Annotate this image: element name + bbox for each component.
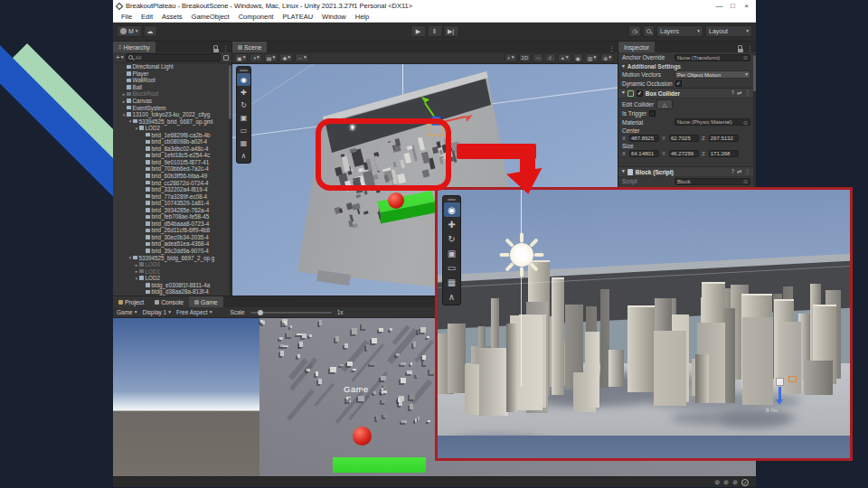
hierarchy-item[interactable]: Directional Light (113, 63, 230, 70)
hierarchy-item[interactable]: brid_1efd18c5-e254-4c (113, 152, 230, 159)
scale-tool[interactable]: ▣ (444, 246, 460, 260)
snap-settings-button[interactable]: ✚▾ (279, 53, 293, 62)
maximize-button[interactable]: □ (727, 2, 739, 10)
tab-project[interactable]: Project (113, 296, 149, 307)
hierarchy-item[interactable]: brid_703bb6ed-7a2c-4 (113, 165, 230, 173)
move-tool[interactable]: ✚ (237, 86, 250, 99)
custom-tool[interactable]: ∧ (444, 289, 460, 304)
measure-button[interactable]: ↔▾ (295, 53, 309, 62)
hierarchy-item[interactable]: brid_77a3289f-ec08-4 (113, 192, 230, 200)
play-button[interactable]: ▶ (410, 25, 426, 37)
tab-hierarchy[interactable]: ≡ Hierarchy (113, 42, 156, 52)
foldout-arrow-icon[interactable]: ▾ (622, 169, 625, 174)
menu-assets[interactable]: Assets (157, 13, 187, 21)
scene-picker-icon[interactable] (223, 55, 229, 61)
hierarchy-item[interactable]: brid_30ec0b34-2035-4 (113, 234, 230, 241)
hierarchy-item[interactable]: brid_cb08098b-a02f-4 (113, 138, 230, 145)
size-y-field[interactable]: 46.27299 (669, 150, 699, 157)
hierarchy-item[interactable]: brid_d54baaa8-0723-4 (113, 221, 230, 228)
hierarchy-item[interactable]: brid_10743529-1a81-4 (113, 200, 230, 207)
hierarchy-item[interactable]: Ball (113, 84, 230, 91)
hierarchy-item[interactable]: brid_26d11cf6-6ff9-4b8 (113, 227, 230, 234)
rect-tool[interactable]: ▭ (444, 260, 460, 275)
hierarchy-item[interactable]: Player (113, 70, 230, 78)
slider-knob[interactable] (258, 310, 263, 315)
move-tool[interactable]: ✚ (444, 217, 460, 231)
hierarchy-item[interactable]: ▾LOD2 (113, 125, 230, 132)
center-z-field[interactable]: 297.5132 (709, 135, 739, 142)
foldout-arrow-icon[interactable]: ▾ (622, 64, 625, 70)
tab-console[interactable]: Console (149, 296, 189, 307)
hierarchy-item[interactable]: ▾13100_tokyo23-ku_2022_cityg (113, 111, 230, 118)
help-icon[interactable]: ? (731, 89, 734, 97)
layers-dropdown[interactable]: Layers ▾ (656, 25, 703, 37)
lighting-toggle[interactable]: ☼ (533, 53, 543, 62)
hierarchy-item[interactable]: WallRoot (113, 77, 230, 84)
strip-handle[interactable] (448, 199, 456, 201)
rect-tool[interactable]: ▭ (237, 124, 250, 136)
hierarchy-item[interactable]: brid_9e0101f5-f877-41 (113, 159, 230, 166)
minimize-button[interactable]: — (713, 2, 725, 10)
tab-game[interactable]: Game (189, 296, 223, 307)
hierarchy-item[interactable]: brid_60b3ff56-bfaa-49 (113, 173, 230, 180)
tab-scene[interactable]: Scene (232, 42, 267, 52)
hidden-objects-button[interactable]: ◉ (573, 53, 583, 62)
menu-edit[interactable]: Edit (137, 13, 157, 21)
presets-icon[interactable]: ⇄ (737, 89, 741, 97)
box-collider-header[interactable]: ▾ ✓ Box Collider ? ⇄ ⋮ (618, 88, 754, 99)
hierarchy-item[interactable]: ▾53394525_brid_6687_op.gml (113, 117, 230, 125)
custom-tool[interactable]: ∧ (237, 149, 250, 162)
foldout-arrow-icon[interactable]: ▾ (622, 90, 625, 96)
size-z-field[interactable]: 171.268 (709, 150, 739, 157)
presets-icon[interactable]: ⇄ (737, 168, 741, 175)
twod-toggle[interactable]: 2D (519, 53, 532, 62)
hierarchy-item[interactable]: brid_332202a4-f819-4 (113, 186, 230, 193)
object-picker-icon[interactable]: ⊙ (743, 119, 748, 126)
z-axis-arrow[interactable] (778, 387, 781, 399)
hierarchy-item[interactable]: brid_39c2dd9a-9070-4 (113, 248, 230, 255)
panel-menu-icon[interactable]: ⋮ (747, 45, 753, 52)
grid-settings-button[interactable]: ▤▾ (264, 53, 278, 62)
hierarchy-item[interactable]: ▸Canvas (113, 98, 230, 105)
scale-slider[interactable] (250, 312, 332, 314)
hierarchy-item[interactable]: brid_3934285e-762a-4 (113, 206, 230, 213)
audio-toggle[interactable]: ♬ (545, 53, 556, 62)
menu-help[interactable]: Help (351, 13, 373, 21)
close-button[interactable]: × (741, 2, 752, 10)
scene-visibility-button[interactable]: ◐▾ (505, 53, 516, 62)
game-camera-dropdown[interactable]: Game ▾ (117, 309, 137, 315)
rotate-tool[interactable]: ↻ (444, 231, 460, 246)
hierarchy-item[interactable]: EventSystem (113, 104, 230, 111)
view-tool[interactable]: ◉ (237, 73, 250, 86)
lock-icon[interactable] (738, 49, 743, 52)
hierarchy-item[interactable]: brid_adea51ea-4368-4 (113, 240, 230, 248)
menu-plateau[interactable]: PLATEAU (278, 13, 317, 21)
anchor-override-field[interactable]: None (Transform) ⊙ (675, 54, 750, 61)
cloud-disabled-icon[interactable]: ⊘ (732, 479, 738, 485)
panel-menu-icon[interactable]: ⋮ (609, 45, 615, 52)
create-button[interactable]: + ▾ (116, 53, 123, 61)
help-icon[interactable]: ? (731, 168, 734, 175)
effects-button[interactable]: ✦▾ (558, 53, 571, 62)
step-button[interactable]: ▶| (443, 25, 458, 37)
undo-history-button[interactable]: ◷ (628, 25, 641, 37)
component-enabled-checkbox[interactable]: ✓ (637, 90, 643, 97)
block-script-header[interactable]: ▾ Block (Script) ? ⇄ ⋮ (618, 166, 754, 177)
script-field[interactable]: Block ⊙ (675, 178, 750, 185)
menu-component[interactable]: Component (234, 13, 278, 21)
aspect-dropdown[interactable]: Free Aspect ▾ (176, 309, 212, 315)
center-y-field[interactable]: 62.7025 (669, 135, 699, 142)
hierarchy-item[interactable]: bldg_d38aa28a-813f-4 (113, 288, 230, 296)
object-picker-icon[interactable]: ⊙ (743, 54, 748, 61)
center-x-field[interactable]: 487.8925 (629, 135, 659, 142)
pause-button[interactable]: ‖ (427, 25, 442, 37)
hierarchy-item[interactable]: ▾53394525_bldg_6697_2_op.g (113, 254, 230, 261)
hierarchy-scrollbar[interactable] (229, 63, 231, 296)
layout-dropdown[interactable]: Layout ▾ (705, 25, 752, 37)
search-button[interactable] (643, 25, 655, 37)
debug-view-button[interactable]: ◑▾ (250, 53, 261, 62)
account-button[interactable]: M ▾ (117, 25, 142, 37)
scrollbar-thumb[interactable] (229, 65, 231, 119)
hierarchy-item[interactable]: ▸LOD0 (113, 261, 230, 268)
draw-mode-button[interactable]: ▣▾ (234, 53, 248, 62)
